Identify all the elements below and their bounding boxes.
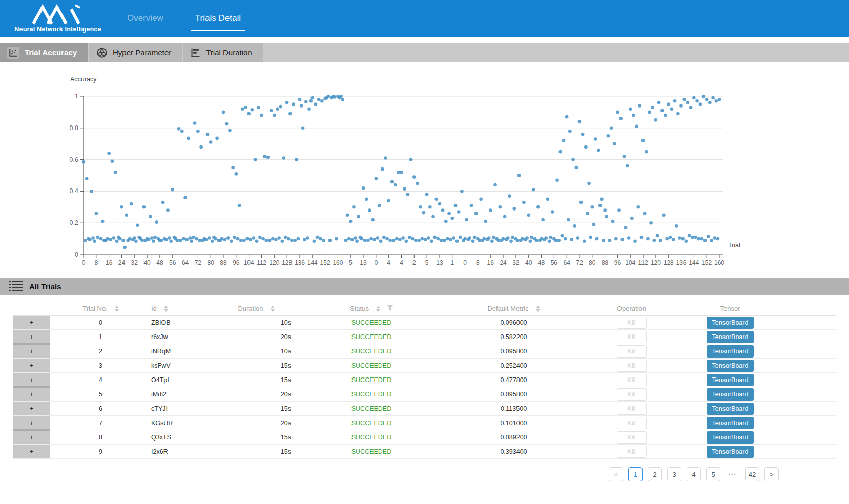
row-expander-button[interactable]: + — [13, 416, 50, 430]
row-expander-button[interactable]: + — [13, 430, 50, 444]
pagination-next-button[interactable]: > — [764, 467, 779, 481]
scatter-point — [276, 107, 279, 111]
scatter-point — [408, 236, 411, 239]
scatter-point — [180, 130, 184, 133]
scatter-point — [153, 236, 157, 239]
svg-text:88: 88 — [602, 259, 609, 266]
kill-button[interactable]: Kill — [617, 317, 647, 329]
kill-button[interactable]: Kill — [617, 374, 647, 386]
trial-no-cell: 3 — [50, 362, 151, 369]
tensorboard-button[interactable]: TensorBoard — [707, 374, 754, 386]
scatter-point — [378, 204, 381, 207]
sort-toggle-status[interactable] — [376, 306, 380, 312]
kill-button[interactable]: Kill — [617, 360, 647, 372]
scatter-point — [681, 237, 685, 241]
tensorboard-button[interactable]: TensorBoard — [707, 331, 754, 343]
filter-icon[interactable] — [387, 305, 393, 312]
svg-text:160: 160 — [333, 259, 343, 266]
scatter-point — [688, 234, 691, 238]
row-expander-button[interactable]: + — [13, 445, 50, 458]
pagination-page-button-42[interactable]: 42 — [745, 467, 759, 481]
scatter-point — [441, 208, 445, 212]
pagination-page-button-2[interactable]: 2 — [648, 467, 662, 481]
default-metric-cell: 0.477800 — [446, 376, 582, 384]
scatter-point — [589, 236, 592, 239]
kill-button[interactable]: Kill — [617, 417, 647, 429]
trial-accuracy-chart-section: 00.20.40.60.8108162432404856647280889610… — [0, 62, 849, 278]
scatter-point — [270, 109, 273, 113]
sort-toggle-duration[interactable] — [271, 306, 275, 312]
scatter-point — [638, 104, 642, 108]
kill-button[interactable]: Kill — [617, 403, 647, 415]
tab-trial-accuracy[interactable]: Trial Accuracy — [0, 43, 88, 62]
tensorboard-button[interactable]: TensorBoard — [707, 388, 754, 401]
svg-text:112: 112 — [638, 259, 648, 266]
kill-button[interactable]: Kill — [617, 345, 647, 358]
row-expander-button[interactable]: + — [13, 344, 50, 358]
tensorboard-button[interactable]: TensorBoard — [707, 317, 754, 329]
tensorboard-button[interactable]: TensorBoard — [707, 446, 754, 458]
svg-text:8: 8 — [94, 259, 98, 266]
tensorboard-button[interactable]: TensorBoard — [707, 417, 754, 429]
scatter-point — [711, 96, 715, 100]
row-expander-button[interactable]: + — [13, 387, 50, 401]
tensorboard-button[interactable]: TensorBoard — [707, 360, 754, 372]
scatter-point — [120, 205, 123, 209]
scatter-point — [382, 236, 386, 239]
scatter-point — [648, 111, 651, 114]
kill-button[interactable]: Kill — [617, 331, 647, 343]
col-operation: Operation — [582, 305, 681, 312]
row-expander-button[interactable]: + — [13, 402, 50, 415]
scatter-point — [285, 101, 289, 104]
sort-toggle-trial-no[interactable] — [115, 306, 119, 312]
scatter-point — [290, 239, 294, 242]
col-id: Id — [151, 305, 215, 312]
sort-toggle-default-metric[interactable] — [536, 306, 540, 312]
nav-trials-detail[interactable]: Trials Detail — [194, 10, 242, 27]
status-cell: SUCCEEDED — [297, 419, 446, 427]
pagination-page-button-4[interactable]: 4 — [687, 467, 701, 481]
scatter-point — [548, 239, 551, 243]
pagination-page-button-3[interactable]: 3 — [667, 467, 681, 481]
pagination-page-button-5[interactable]: 5 — [706, 467, 720, 481]
scatter-point — [235, 172, 238, 176]
scatter-point — [314, 102, 318, 106]
kill-button[interactable]: Kill — [617, 446, 647, 458]
svg-text:0: 0 — [75, 251, 78, 258]
tensorboard-button[interactable]: TensorBoard — [707, 345, 754, 358]
scatter-point — [241, 107, 244, 111]
scatter-point — [192, 236, 195, 239]
row-expander-button[interactable]: + — [13, 373, 50, 387]
tensorboard-button[interactable]: TensorBoard — [707, 431, 754, 444]
hyper-parameter-icon — [96, 47, 108, 58]
row-expander-button[interactable]: + — [13, 330, 50, 344]
nav-overview[interactable]: Overview — [126, 10, 164, 27]
tab-trial-duration[interactable]: Trial Duration — [183, 43, 263, 62]
scatter-point — [279, 105, 282, 109]
scatter-point — [164, 238, 168, 241]
tensorboard-button[interactable]: TensorBoard — [707, 403, 754, 415]
scatter-point — [610, 127, 613, 130]
scatter-point — [388, 239, 392, 242]
scatter-point — [640, 236, 644, 239]
pagination-page-button-1[interactable]: 1 — [628, 467, 643, 481]
duration-cell: 15s — [215, 376, 297, 384]
scatter-point — [694, 236, 697, 239]
tab-hyper-parameter[interactable]: Hyper Parameter — [89, 43, 182, 62]
scatter-point — [591, 205, 594, 209]
scatter-point — [189, 236, 192, 240]
scatter-point — [617, 208, 621, 212]
sort-toggle-id[interactable] — [164, 306, 168, 312]
svg-text:88: 88 — [220, 259, 227, 266]
kill-button[interactable]: Kill — [617, 388, 647, 401]
pagination-prev-button[interactable]: < — [609, 467, 623, 481]
status-cell: SUCCEEDED — [297, 348, 446, 355]
kill-button[interactable]: Kill — [617, 431, 647, 444]
scatter-point — [641, 139, 645, 142]
scatter-point — [620, 238, 624, 241]
row-expander-button[interactable]: + — [13, 359, 50, 372]
row-expander-button[interactable]: + — [13, 316, 50, 329]
scatter-point — [204, 238, 208, 241]
scatter-point — [707, 235, 710, 238]
table-row: + 1 r6xJw 20s SUCCEEDED 0.582200 Kill Te… — [13, 330, 836, 344]
